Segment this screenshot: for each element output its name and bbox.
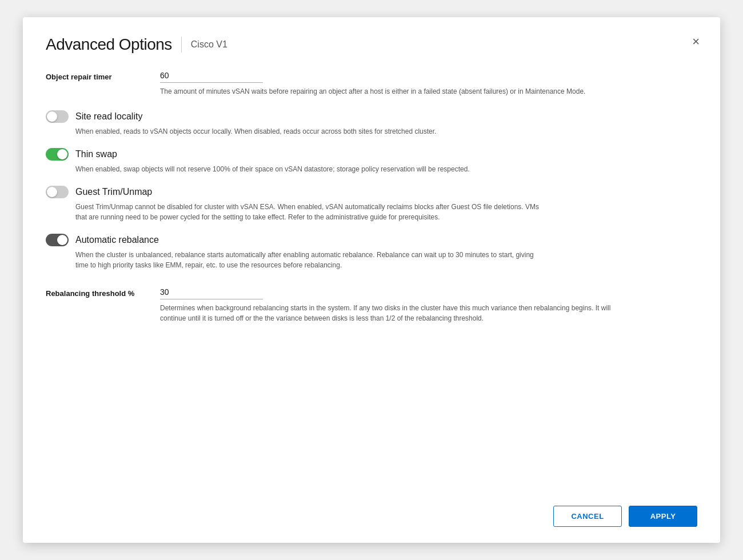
automatic-rebalance-toggle[interactable] (46, 234, 69, 246)
guest-trim-unmap-label: Guest Trim/Unmap (75, 187, 152, 197)
thin-swap-row: Thin swap When enabled, swap objects wil… (46, 148, 697, 177)
dialog-content: Object repair timer The amount of minute… (46, 70, 697, 492)
toggle-track (46, 186, 69, 198)
guest-trim-unmap-desc: Guest Trim/Unmap cannot be disabled for … (75, 202, 544, 222)
advanced-options-dialog: Advanced Options Cisco V1 × Object repai… (23, 17, 720, 543)
rebalancing-threshold-row: Rebalancing threshold % Determines when … (46, 286, 697, 326)
automatic-rebalance-label: Automatic rebalance (75, 235, 159, 245)
dialog-footer: CANCEL APPLY (46, 492, 697, 527)
object-repair-timer-input[interactable] (160, 70, 263, 83)
object-repair-timer-field: The amount of minutes vSAN waits before … (160, 70, 697, 97)
site-read-locality-desc: When enabled, reads to vSAN objects occu… (75, 126, 544, 137)
dialog-subtitle: Cisco V1 (191, 39, 227, 50)
automatic-rebalance-row: Automatic rebalance When the cluster is … (46, 234, 697, 273)
dialog-title: Advanced Options (46, 35, 172, 54)
site-read-locality-header: Site read locality (46, 110, 697, 123)
object-repair-timer-desc: The amount of minutes vSAN waits before … (160, 86, 629, 97)
object-repair-timer-row: Object repair timer The amount of minute… (46, 70, 697, 99)
object-repair-timer-label: Object repair timer (46, 70, 160, 82)
site-read-locality-label: Site read locality (75, 111, 142, 122)
toggle-track (46, 234, 69, 246)
site-read-locality-row: Site read locality When enabled, reads t… (46, 110, 697, 139)
toggle-track (46, 110, 69, 123)
apply-button[interactable]: APPLY (629, 506, 697, 527)
rebalancing-threshold-desc: Determines when background rebalancing s… (160, 303, 629, 323)
toggle-thumb (57, 235, 67, 245)
guest-trim-unmap-toggle[interactable] (46, 186, 69, 198)
rebalancing-threshold-field: Determines when background rebalancing s… (160, 286, 697, 323)
guest-trim-unmap-header: Guest Trim/Unmap (46, 186, 697, 198)
thin-swap-toggle[interactable] (46, 148, 69, 161)
header-divider (181, 37, 182, 53)
dialog-header: Advanced Options Cisco V1 × (46, 35, 697, 54)
site-read-locality-toggle[interactable] (46, 110, 69, 123)
thin-swap-header: Thin swap (46, 148, 697, 161)
rebalancing-threshold-input[interactable] (160, 286, 263, 299)
toggle-thumb (57, 149, 67, 159)
toggle-thumb (47, 111, 57, 122)
close-button[interactable]: × (690, 33, 702, 50)
toggle-thumb (47, 187, 57, 197)
toggle-track (46, 148, 69, 161)
automatic-rebalance-header: Automatic rebalance (46, 234, 697, 246)
thin-swap-desc: When enabled, swap objects will not rese… (75, 164, 544, 174)
guest-trim-unmap-row: Guest Trim/Unmap Guest Trim/Unmap cannot… (46, 186, 697, 225)
automatic-rebalance-desc: When the cluster is unbalanced, rebalanc… (75, 250, 544, 270)
thin-swap-label: Thin swap (75, 149, 117, 159)
cancel-button[interactable]: CANCEL (553, 506, 622, 527)
rebalancing-threshold-label: Rebalancing threshold % (46, 286, 160, 299)
